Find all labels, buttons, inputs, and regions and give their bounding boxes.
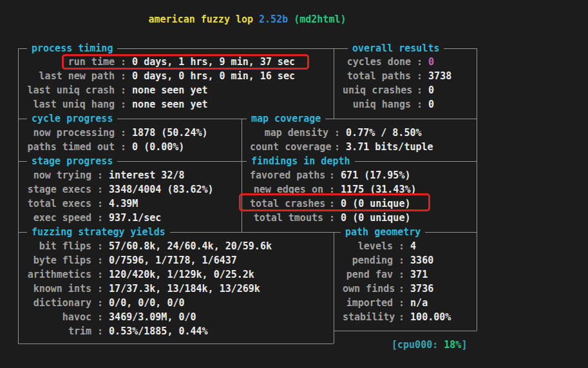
stat-label: byte flips	[27, 253, 91, 267]
stat-label: imported	[343, 296, 393, 310]
stat-separator: :	[91, 269, 109, 280]
border-path-geometry-bottom	[334, 331, 477, 331]
stat-row-last-uniq-hang: last uniq hang : none seen yet	[27, 97, 295, 111]
stat-label: levels	[343, 239, 393, 253]
stat-row-pending: pending : 3360	[343, 253, 451, 267]
stat-separator: :	[91, 169, 109, 181]
stat-separator: :	[411, 70, 428, 82]
stat-row-total-execs: total execs : 4.39M	[27, 197, 214, 211]
cpu-meter: [cpu000: 18%]	[392, 338, 467, 352]
stat-separator: :	[393, 297, 410, 309]
border-right	[477, 48, 477, 331]
stat-separator: :	[115, 127, 132, 139]
stat-value: 937.1/sec	[109, 212, 161, 224]
stat-separator: :	[411, 99, 428, 110]
stat-row-arithmetics: arithmetics : 120/420k, 1/129k, 0/25.2k	[27, 267, 272, 282]
stat-row-known-ints: known ints : 17/37.3k, 13/184k, 13/269k	[27, 282, 272, 296]
stat-label: known ints	[27, 282, 91, 296]
stat-label: uniq hangs	[343, 97, 411, 111]
stat-value: 57/60.8k, 24/60.4k, 20/59.6k	[109, 240, 272, 252]
stat-row-last-uniq-crash: last uniq crash : none seen yet	[27, 83, 295, 97]
stat-separator: :	[91, 297, 109, 309]
stat-value: 371	[410, 269, 428, 280]
stat-label: arithmetics	[27, 267, 91, 282]
stat-value: interest 32/8	[109, 169, 184, 181]
cpu-bracket-close: ]	[461, 339, 467, 351]
cpu-label: [cpu000:	[392, 339, 444, 351]
stat-label: pend fav	[343, 267, 393, 282]
stat-value: 0 days, 0 hrs, 0 min, 16 sec	[132, 70, 295, 82]
stat-label: stage execs	[27, 182, 91, 197]
stat-label: last uniq crash	[27, 83, 115, 97]
stat-row-map-density: map density : 0.77% / 8.50%	[250, 126, 433, 140]
stat-row-total-tmouts: total tmouts : 0 (0 unique)	[250, 211, 417, 225]
stat-row-imported: imported : n/a	[343, 296, 451, 310]
stat-label: own finds	[343, 282, 393, 296]
stat-separator: :	[91, 255, 109, 266]
stat-row-paths-timed-out: paths timed out : 0 (0.00%)	[27, 140, 208, 154]
panel-title-overall-results: overall results	[348, 41, 444, 55]
cpu-usage-value: 18%	[444, 339, 461, 351]
stat-separator: :	[91, 212, 109, 224]
stat-label: total tmouts	[250, 211, 323, 225]
annotation-box-total-crashes	[239, 193, 430, 211]
stat-value: 4	[410, 240, 416, 252]
stat-value: 3469/3.09M, 0/0	[109, 311, 196, 323]
panel-stage-progress: now trying : interest 32/8stage execs : …	[27, 168, 214, 225]
panel-overall-results: cycles done : 0total paths : 3738uniq cr…	[343, 55, 451, 111]
stat-separator: :	[91, 240, 109, 252]
stat-value: 3738	[428, 70, 451, 82]
stat-label: total execs	[27, 197, 91, 211]
divider-mid-rows	[242, 119, 242, 232]
stat-label: now processing	[27, 126, 115, 140]
stat-value: 0	[428, 84, 434, 96]
stat-separator: :	[393, 311, 410, 323]
stat-value: 3348/4004 (83.62%)	[109, 184, 214, 195]
divider-top-row	[334, 48, 334, 119]
panel-title-map-coverage: map coverage	[247, 111, 325, 126]
stat-row-last-new-path: last new path : 0 days, 0 hrs, 0 min, 16…	[27, 69, 295, 83]
stat-row-uniq-crashes: uniq crashes : 0	[343, 83, 451, 97]
stat-separator: :	[323, 212, 341, 224]
stat-label: stability	[343, 310, 393, 324]
stat-value: 3360	[410, 255, 433, 266]
stat-row-havoc: havoc : 3469/3.09M, 0/0	[27, 310, 272, 324]
stat-row-exec-speed: exec speed : 937.1/sec	[27, 211, 214, 225]
stat-row-total-paths: total paths : 3738	[343, 69, 451, 83]
stat-separator: :	[393, 255, 410, 266]
stat-value: 0/0, 0/0, 0/0	[109, 297, 184, 309]
stat-row-count-coverage: count coverage : 3.71 bits/tuple	[250, 140, 433, 154]
stat-separator: :	[115, 84, 132, 96]
stat-value: 0	[428, 99, 434, 110]
stat-value: 1878 (50.24%)	[132, 127, 207, 139]
panel-title-process-timing: process timing	[27, 41, 117, 55]
stat-value: 4.39M	[109, 198, 138, 209]
stat-separator: :	[91, 198, 109, 209]
app-name: american fuzzy lop	[149, 14, 254, 25]
target-binary-name: (md2html)	[294, 14, 346, 25]
divider-bottom-row	[334, 232, 334, 344]
stat-value: 0.53%/1885, 0.44%	[109, 325, 208, 337]
stat-row-cycles-done: cycles done : 0	[343, 55, 451, 69]
stat-row-levels: levels : 4	[343, 239, 451, 253]
stat-label: pending	[343, 253, 393, 267]
panel-title-path-geometry: path geometry	[341, 225, 425, 239]
stat-separator: :	[91, 283, 109, 295]
stat-separator: :	[393, 240, 410, 252]
stat-separator: :	[91, 311, 109, 323]
stat-value: none seen yet	[132, 84, 207, 96]
stat-value: 0	[428, 56, 434, 68]
border-left	[18, 48, 19, 344]
stat-row-now-processing: now processing : 1878 (50.24%)	[27, 126, 208, 140]
stat-value: 0.77% / 8.50%	[346, 127, 421, 139]
stat-label: trim	[27, 324, 91, 338]
stat-separator: :	[91, 325, 109, 337]
stat-label: last new path	[27, 69, 115, 83]
stat-row-own-finds: own finds : 3736	[343, 282, 451, 296]
stat-row-now-trying: now trying : interest 32/8	[27, 168, 214, 182]
stat-label: map density	[250, 126, 328, 140]
stat-label: havoc	[27, 310, 91, 324]
stat-label: paths timed out	[27, 140, 115, 154]
stat-label: cycles done	[343, 55, 411, 69]
app-title: american fuzzy lop2.52b(md2html)	[18, 12, 477, 26]
